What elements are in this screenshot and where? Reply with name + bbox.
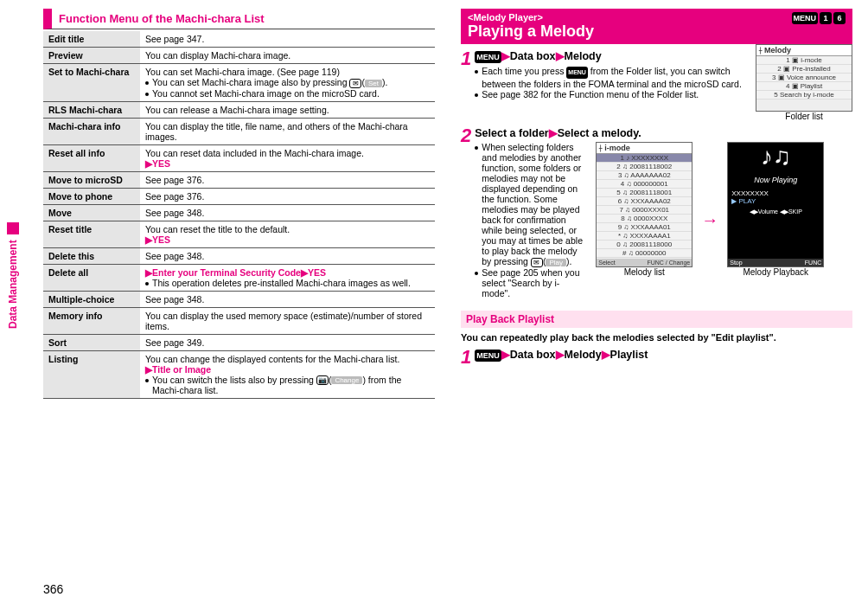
page-number: 366 [43,582,63,596]
side-tab-text: Data Management [7,240,19,329]
key-6-icon: 6 [833,12,846,24]
key-combo: MENU 1 6 [792,12,846,24]
mail-icon: ✉ [531,258,543,267]
change-label: Change [331,376,362,384]
playback-playlist-heading: Play Back Playlist [461,311,852,328]
table-row: PreviewYou can display Machi-chara image… [43,48,435,64]
feature-title: Playing a Melody [468,22,846,41]
table-row: SortSee page 349. [43,334,435,350]
table-row: Memory infoYou can display the used memo… [43,307,435,334]
antenna-icon: ⟊ [758,46,763,55]
step-number: 2 [461,126,471,298]
playback-step-title: MENU▶Data box▶Melody▶Playlist [475,348,852,362]
step-1-title: MENU▶Data box▶Melody [475,49,749,63]
step-1: 1 MENU▶Data box▶Melody Each time you pre… [461,49,749,99]
table-row: Delete thisSee page 348. [43,247,435,264]
figure-caption: Melody list [596,267,692,277]
side-tab: Data Management [7,222,19,329]
feature-header: MENU 1 6 <Melody Player> Playing a Melod… [461,9,852,44]
menu-key-icon: MENU [475,51,501,63]
table-row: Machi-chara infoYou can display the titl… [43,118,435,144]
side-tab-marker [7,222,19,234]
mail-icon: ✉ [349,79,361,88]
figure-caption: Melody Playback [727,267,824,277]
melody-list-figure: ⟊i-mode 1 ♪ XXXXXXXX 2 ♫ 20081118002 3 ♫… [596,142,692,277]
table-row: Delete all▶Enter your Terminal Security … [43,264,435,291]
table-row: ListingYou can change the displayed cont… [43,350,435,399]
music-notes-icon: ♪♫ [761,143,791,170]
playback-desc: You can repeatedly play back the melodie… [461,332,852,343]
menu-key-icon: MENU [475,350,501,362]
feature-tag: <Melody Player> [468,12,846,22]
function-menu-heading: Function Menu of the Machi-chara List [43,9,435,29]
play-label: Play [546,259,566,266]
melody-playback-figure: ♪♫ Now Playing XXXXXXXX ▶ PLAY ◀▶Volume … [727,142,824,277]
table-row: Reset titleYou can reset the title to th… [43,221,435,247]
table-row: RLS Machi-charaYou can release a Machi-c… [43,101,435,118]
table-row: Move to phoneSee page 376. [43,188,435,204]
step-number: 1 [461,49,471,99]
antenna-icon: ⟊ [598,144,603,152]
figure-caption: Folder list [756,112,852,121]
menu-key-icon: MENU [566,67,588,79]
function-menu-table: Edit titleSee page 347. PreviewYou can d… [43,31,435,399]
left-column: Function Menu of the Machi-chara List Ed… [43,9,435,555]
camera-icon: 📷 [316,375,329,385]
table-row: Move to microSDSee page 376. [43,171,435,188]
table-row: Set to Machi-chara You can set Machi-cha… [43,64,435,102]
step-1-note: Each time you press MENU from the Folder… [475,66,749,89]
right-column: MENU 1 6 <Melody Player> Playing a Melod… [461,9,852,555]
menu-key-icon: MENU [792,12,819,24]
set-label: Set [365,80,382,87]
folder-list-figure: ⟊Melody 1 ▣ i-mode 2 ▣ Pre-installed 3 ▣… [756,44,852,121]
arrow-icon: → [701,210,718,230]
playback-step-1: 1 MENU▶Data box▶Melody▶Playlist [461,348,852,367]
table-row: MoveSee page 348. [43,204,435,221]
step-2-note: See page 205 when you select "Search by … [475,267,587,298]
key-1-icon: 1 [820,12,832,24]
step-2-title: Select a folder▶Select a melody. [475,126,852,139]
step-number: 1 [461,348,471,367]
step-2-note: When selecting folders and melodies by a… [475,142,587,267]
table-row: Edit titleSee page 347. [43,31,435,48]
step-2: 2 Select a folder▶Select a melody. When … [461,126,852,298]
step-1-note: See page 382 for the Function menu of th… [475,89,749,99]
table-row: Multiple-choiceSee page 348. [43,291,435,307]
table-row: Reset all infoYou can reset data include… [43,144,435,171]
